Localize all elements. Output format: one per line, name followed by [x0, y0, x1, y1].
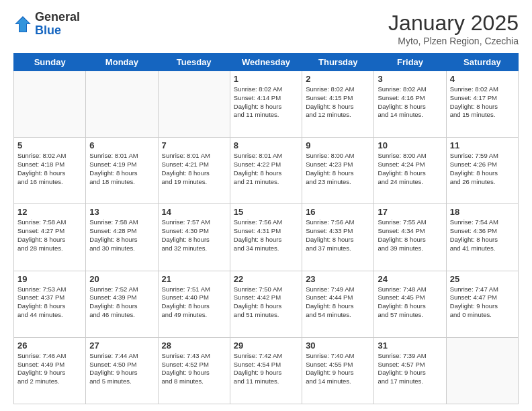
day-number: 12: [17, 207, 82, 217]
day-cell-29: 29Sunrise: 7:42 AM Sunset: 4:54 PM Dayli…: [230, 337, 302, 404]
day-number: 2: [306, 74, 370, 84]
title-area: January 2025 Myto, Plzen Region, Czechia: [388, 11, 519, 46]
day-info: Sunrise: 7:43 AM Sunset: 4:52 PM Dayligh…: [162, 352, 226, 386]
day-cell-14: 14Sunrise: 7:57 AM Sunset: 4:30 PM Dayli…: [158, 204, 230, 271]
day-cell-23: 23Sunrise: 7:49 AM Sunset: 4:44 PM Dayli…: [302, 271, 374, 337]
day-number: 28: [162, 340, 226, 351]
day-cell-20: 20Sunrise: 7:52 AM Sunset: 4:39 PM Dayli…: [86, 271, 158, 337]
day-number: 11: [450, 140, 515, 150]
day-info: Sunrise: 8:01 AM Sunset: 4:21 PM Dayligh…: [162, 152, 226, 186]
day-number: 1: [234, 74, 298, 84]
day-number: 31: [378, 340, 442, 351]
day-info: Sunrise: 7:48 AM Sunset: 4:45 PM Dayligh…: [378, 285, 442, 320]
week-row-0: 1Sunrise: 8:02 AM Sunset: 4:14 PM Daylig…: [14, 71, 519, 138]
day-number: 26: [17, 340, 82, 351]
day-number: 16: [306, 207, 370, 217]
location: Myto, Plzen Region, Czechia: [388, 36, 519, 46]
day-info: Sunrise: 7:59 AM Sunset: 4:26 PM Dayligh…: [450, 152, 515, 186]
week-row-3: 19Sunrise: 7:53 AM Sunset: 4:37 PM Dayli…: [14, 271, 519, 337]
svg-marker-1: [16, 17, 30, 32]
day-cell-31: 31Sunrise: 7:39 AM Sunset: 4:57 PM Dayli…: [374, 337, 446, 404]
empty-cell: [86, 71, 158, 138]
day-number: 3: [378, 74, 442, 84]
day-cell-26: 26Sunrise: 7:46 AM Sunset: 4:49 PM Dayli…: [14, 337, 86, 404]
day-cell-2: 2Sunrise: 8:02 AM Sunset: 4:15 PM Daylig…: [302, 71, 374, 138]
day-cell-8: 8Sunrise: 8:01 AM Sunset: 4:22 PM Daylig…: [230, 138, 302, 204]
empty-cell: [158, 71, 230, 138]
day-info: Sunrise: 7:55 AM Sunset: 4:34 PM Dayligh…: [378, 218, 442, 253]
day-info: Sunrise: 8:02 AM Sunset: 4:16 PM Dayligh…: [378, 85, 442, 120]
empty-cell: [446, 337, 518, 404]
day-number: 9: [306, 140, 370, 150]
day-header-tuesday: Tuesday: [158, 54, 230, 71]
logo-general: General: [35, 10, 80, 24]
day-number: 20: [89, 274, 154, 284]
day-cell-28: 28Sunrise: 7:43 AM Sunset: 4:52 PM Dayli…: [158, 337, 230, 404]
day-info: Sunrise: 8:01 AM Sunset: 4:19 PM Dayligh…: [89, 152, 154, 186]
day-header-wednesday: Wednesday: [230, 54, 302, 71]
day-number: 29: [234, 340, 298, 351]
day-cell-19: 19Sunrise: 7:53 AM Sunset: 4:37 PM Dayli…: [14, 271, 86, 337]
day-info: Sunrise: 7:58 AM Sunset: 4:28 PM Dayligh…: [89, 218, 154, 253]
day-cell-3: 3Sunrise: 8:02 AM Sunset: 4:16 PM Daylig…: [374, 71, 446, 138]
day-cell-24: 24Sunrise: 7:48 AM Sunset: 4:45 PM Dayli…: [374, 271, 446, 337]
day-cell-6: 6Sunrise: 8:01 AM Sunset: 4:19 PM Daylig…: [86, 138, 158, 204]
day-info: Sunrise: 8:02 AM Sunset: 4:17 PM Dayligh…: [450, 85, 515, 120]
day-number: 8: [234, 140, 298, 150]
day-header-friday: Friday: [374, 54, 446, 71]
day-number: 24: [378, 274, 442, 284]
day-header-sunday: Sunday: [14, 54, 86, 71]
day-info: Sunrise: 8:00 AM Sunset: 4:23 PM Dayligh…: [306, 152, 370, 186]
day-info: Sunrise: 7:56 AM Sunset: 4:33 PM Dayligh…: [306, 218, 370, 253]
week-row-4: 26Sunrise: 7:46 AM Sunset: 4:49 PM Dayli…: [14, 337, 519, 404]
day-info: Sunrise: 7:46 AM Sunset: 4:49 PM Dayligh…: [17, 352, 82, 386]
day-info: Sunrise: 7:47 AM Sunset: 4:47 PM Dayligh…: [450, 285, 515, 320]
day-cell-17: 17Sunrise: 7:55 AM Sunset: 4:34 PM Dayli…: [374, 204, 446, 271]
day-cell-7: 7Sunrise: 8:01 AM Sunset: 4:21 PM Daylig…: [158, 138, 230, 204]
page: General Blue January 2025 Myto, Plzen Re…: [0, 0, 532, 411]
day-info: Sunrise: 7:56 AM Sunset: 4:31 PM Dayligh…: [234, 218, 298, 253]
day-number: 19: [17, 274, 82, 284]
day-cell-9: 9Sunrise: 8:00 AM Sunset: 4:23 PM Daylig…: [302, 138, 374, 204]
day-number: 14: [162, 207, 226, 217]
day-info: Sunrise: 7:39 AM Sunset: 4:57 PM Dayligh…: [378, 352, 442, 386]
day-number: 5: [17, 140, 82, 150]
day-number: 22: [234, 274, 298, 284]
day-cell-5: 5Sunrise: 8:02 AM Sunset: 4:18 PM Daylig…: [14, 138, 86, 204]
day-number: 21: [162, 274, 226, 284]
logo: General Blue: [13, 11, 80, 38]
day-number: 4: [450, 74, 515, 84]
day-cell-15: 15Sunrise: 7:56 AM Sunset: 4:31 PM Dayli…: [230, 204, 302, 271]
day-cell-10: 10Sunrise: 8:00 AM Sunset: 4:24 PM Dayli…: [374, 138, 446, 204]
day-cell-18: 18Sunrise: 7:54 AM Sunset: 4:36 PM Dayli…: [446, 204, 518, 271]
day-info: Sunrise: 8:00 AM Sunset: 4:24 PM Dayligh…: [378, 152, 442, 186]
day-number: 15: [234, 207, 298, 217]
header: General Blue January 2025 Myto, Plzen Re…: [13, 11, 519, 46]
day-cell-4: 4Sunrise: 8:02 AM Sunset: 4:17 PM Daylig…: [446, 71, 518, 138]
day-info: Sunrise: 7:42 AM Sunset: 4:54 PM Dayligh…: [234, 352, 298, 386]
day-number: 27: [89, 340, 154, 351]
day-cell-27: 27Sunrise: 7:44 AM Sunset: 4:50 PM Dayli…: [86, 337, 158, 404]
day-number: 13: [89, 207, 154, 217]
day-number: 23: [306, 274, 370, 284]
day-info: Sunrise: 7:50 AM Sunset: 4:42 PM Dayligh…: [234, 285, 298, 320]
month-title: January 2025: [388, 11, 519, 36]
empty-cell: [14, 71, 86, 138]
day-cell-13: 13Sunrise: 7:58 AM Sunset: 4:28 PM Dayli…: [86, 204, 158, 271]
day-info: Sunrise: 7:53 AM Sunset: 4:37 PM Dayligh…: [17, 285, 82, 320]
day-number: 6: [89, 140, 154, 150]
day-cell-25: 25Sunrise: 7:47 AM Sunset: 4:47 PM Dayli…: [446, 271, 518, 337]
day-info: Sunrise: 7:58 AM Sunset: 4:27 PM Dayligh…: [17, 218, 82, 253]
day-info: Sunrise: 7:51 AM Sunset: 4:40 PM Dayligh…: [162, 285, 226, 320]
day-info: Sunrise: 7:44 AM Sunset: 4:50 PM Dayligh…: [89, 352, 154, 386]
day-info: Sunrise: 7:49 AM Sunset: 4:44 PM Dayligh…: [306, 285, 370, 320]
day-info: Sunrise: 7:40 AM Sunset: 4:55 PM Dayligh…: [306, 352, 370, 386]
day-number: 10: [378, 140, 442, 150]
day-info: Sunrise: 8:02 AM Sunset: 4:15 PM Dayligh…: [306, 85, 370, 120]
week-row-2: 12Sunrise: 7:58 AM Sunset: 4:27 PM Dayli…: [14, 204, 519, 271]
day-cell-11: 11Sunrise: 7:59 AM Sunset: 4:26 PM Dayli…: [446, 138, 518, 204]
logo-text: General Blue: [35, 11, 80, 38]
day-header-saturday: Saturday: [446, 54, 518, 71]
day-header-thursday: Thursday: [302, 54, 374, 71]
day-info: Sunrise: 8:01 AM Sunset: 4:22 PM Dayligh…: [234, 152, 298, 186]
